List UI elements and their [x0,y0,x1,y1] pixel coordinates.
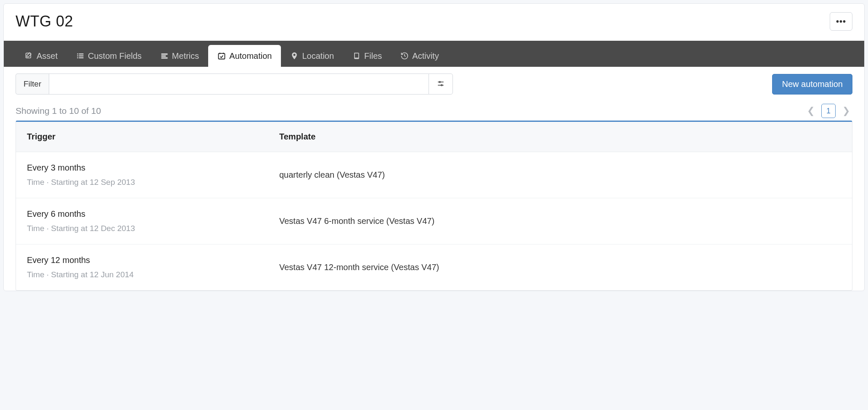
pin-icon [290,52,299,60]
tab-files[interactable]: Files [343,45,391,67]
chevron-left-icon: ❮ [807,105,815,116]
sliders-icon [437,80,445,89]
tab-activity[interactable]: Activity [391,45,448,67]
cell-trigger: Every 12 months Time · Starting at 12 Ju… [16,244,268,290]
trigger-title: Every 6 months [27,209,257,219]
svg-rect-3 [77,55,79,57]
cell-template: quarterly clean (Vestas V47) [268,159,852,191]
showing-text: Showing 1 to 10 of 10 [16,106,101,116]
svg-point-14 [441,84,442,86]
tab-asset[interactable]: Asset [16,45,67,67]
filter-label: Filter [16,74,49,95]
page-title: WTG 02 [16,13,73,30]
trigger-title: Every 12 months [27,255,257,265]
tab-location[interactable]: Location [281,45,343,67]
list-meta-row: Showing 1 to 10 of 10 ❮ 1 ❯ [16,104,852,118]
edit-icon [25,52,33,60]
table-header: Trigger Template [16,122,852,152]
automation-table: Trigger Template Every 3 months Time · S… [16,121,852,291]
svg-rect-8 [161,55,166,57]
toolbar: Filter New automation [16,74,852,95]
tab-label: Asset [37,51,58,61]
pager-page-current[interactable]: 1 [821,104,836,118]
trigger-title: Every 3 months [27,163,257,173]
new-automation-button[interactable]: New automation [772,74,852,95]
book-icon [352,52,361,60]
pager-prev[interactable]: ❮ [804,104,817,118]
tab-label: Metrics [172,51,199,61]
cell-template: Vestas V47 6-month service (Vestas V47) [268,205,852,237]
tab-label: Custom Fields [88,51,142,61]
tab-label: Automation [229,51,272,61]
tab-label: Files [364,51,382,61]
main-card: WTG 02 ••• Asset Custom Fields Metrics [3,3,865,291]
filter-settings-button[interactable] [429,74,453,95]
table-row[interactable]: Every 3 months Time · Starting at 12 Sep… [16,152,852,198]
cell-trigger: Every 6 months Time · Starting at 12 Dec… [16,198,268,244]
column-header-trigger: Trigger [16,122,268,152]
bars-icon [160,52,169,60]
trigger-subtext: Time · Starting at 12 Sep 2013 [27,178,257,187]
tab-custom-fields[interactable]: Custom Fields [67,45,151,67]
svg-point-12 [439,81,440,82]
svg-rect-7 [161,53,167,55]
tab-label: Location [302,51,334,61]
filter-input[interactable] [49,74,429,95]
filter-group: Filter [16,74,453,95]
column-header-template: Template [268,122,852,152]
tab-label: Activity [412,51,439,61]
tabs-bar: Asset Custom Fields Metrics Automation L… [4,41,864,67]
cell-template: Vestas V47 12-month service (Vestas V47) [268,252,852,283]
list-icon [76,52,85,60]
svg-rect-5 [77,57,79,58]
svg-rect-6 [79,57,84,58]
trigger-subtext: Time · Starting at 12 Dec 2013 [27,224,257,233]
calendar-check-icon [217,52,226,60]
pager-next[interactable]: ❯ [840,104,852,118]
table-row[interactable]: Every 12 months Time · Starting at 12 Ju… [16,244,852,290]
tab-automation[interactable]: Automation [208,45,281,67]
svg-rect-10 [219,53,225,59]
content-area: Filter New automation Showing 1 to 10 of… [4,67,864,291]
tab-metrics[interactable]: Metrics [151,45,208,67]
svg-rect-2 [79,53,84,55]
table-row[interactable]: Every 6 months Time · Starting at 12 Dec… [16,198,852,244]
header: WTG 02 ••• [4,4,864,41]
chevron-right-icon: ❯ [842,105,850,116]
svg-rect-4 [79,55,84,57]
history-icon [400,52,409,60]
svg-rect-9 [161,57,167,58]
svg-rect-1 [77,53,79,55]
cell-trigger: Every 3 months Time · Starting at 12 Sep… [16,152,268,198]
more-actions-button[interactable]: ••• [830,12,852,31]
ellipsis-icon: ••• [836,17,846,26]
trigger-subtext: Time · Starting at 12 Jun 2014 [27,270,257,279]
pagination: ❮ 1 ❯ [804,104,852,118]
